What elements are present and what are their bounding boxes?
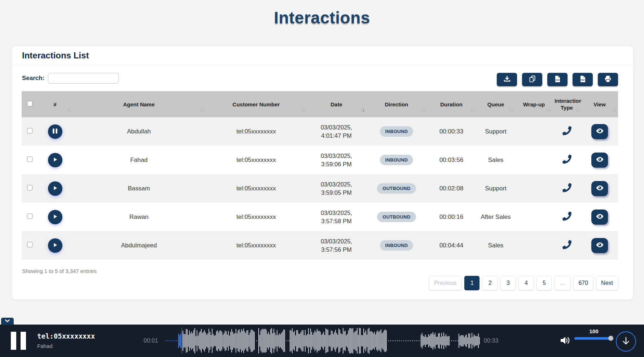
table-row: Fahadtel:05xxxxxxxx03/03/2025,3:59:06 PM… bbox=[22, 146, 618, 174]
player-download-button[interactable] bbox=[616, 331, 636, 352]
volume-slider[interactable] bbox=[574, 337, 613, 340]
date-cell: 03/03/2025,3:59:06 PM bbox=[307, 146, 366, 174]
search-label: Search: bbox=[22, 75, 44, 82]
agent-name-cell: Abdullah bbox=[72, 117, 206, 146]
play-icon bbox=[52, 185, 58, 192]
sort-icons: ↑↓ bbox=[575, 106, 579, 113]
play-recording-button[interactable] bbox=[48, 153, 62, 167]
pagination-page-1[interactable]: 1 bbox=[464, 276, 479, 290]
row-checkbox[interactable] bbox=[27, 128, 32, 133]
phone-icon bbox=[562, 158, 571, 165]
view-interaction-button[interactable] bbox=[591, 238, 608, 253]
pagination-page-2[interactable]: 2 bbox=[482, 276, 498, 290]
table-row: Rawantel:05xxxxxxxx03/03/2025,3:57:58 PM… bbox=[22, 203, 618, 231]
pagination: Previous12345…670Next bbox=[429, 276, 618, 290]
column-header-wrap-up[interactable]: Wrap-up↑↓ bbox=[516, 91, 552, 117]
player-pause-button[interactable] bbox=[11, 332, 26, 350]
column-header-customer-number[interactable]: Customer Number↑↓ bbox=[206, 91, 307, 117]
table-row: Abdullahtel:05xxxxxxxx03/03/2025,4:01:47… bbox=[22, 117, 618, 146]
column-label: Queue bbox=[487, 101, 504, 107]
pagination-page-3[interactable]: 3 bbox=[500, 276, 516, 290]
card-heading: Interactions List bbox=[22, 50, 89, 61]
customer-number-cell: tel:05xxxxxxxx bbox=[206, 146, 307, 174]
column-header-duration[interactable]: Duration↑↓ bbox=[427, 91, 476, 117]
row-checkbox[interactable] bbox=[27, 213, 32, 219]
collapse-player-button[interactable] bbox=[1, 318, 14, 325]
column-label: Customer Number bbox=[233, 101, 280, 107]
download-arrow-icon bbox=[621, 336, 631, 347]
queue-cell: Support bbox=[476, 174, 516, 203]
row-checkbox[interactable] bbox=[27, 157, 32, 162]
date-cell: 03/03/2025,3:57:56 PM bbox=[307, 231, 366, 260]
interactions-card: Interactions List Search: CSVPDF #↑↓Agen… bbox=[12, 46, 633, 299]
view-interaction-button[interactable] bbox=[591, 181, 608, 196]
volume-slider-knob[interactable] bbox=[608, 336, 613, 341]
sort-icons: ↑↓ bbox=[470, 106, 474, 113]
queue-cell: Sales bbox=[476, 231, 516, 260]
row-checkbox[interactable] bbox=[27, 242, 32, 247]
column-header-num[interactable]: #↑↓ bbox=[38, 91, 72, 117]
export-pdf-button[interactable]: PDF bbox=[573, 73, 593, 86]
column-header-queue[interactable]: Queue↑↓ bbox=[476, 91, 516, 117]
wrap-up-cell bbox=[516, 146, 552, 174]
date-cell: 03/03/2025,4:01:47 PM bbox=[307, 117, 366, 146]
column-header-view[interactable]: View↑↓ bbox=[581, 91, 618, 117]
volume-speaker-icon[interactable] bbox=[560, 336, 571, 346]
waveform-seekbar[interactable] bbox=[165, 327, 480, 354]
column-header-direction[interactable]: Direction↑↓ bbox=[366, 91, 427, 117]
view-interaction-button[interactable] bbox=[591, 210, 608, 225]
export-csv-button[interactable]: CSV bbox=[547, 73, 568, 86]
interactions-table: #↑↓Agent Name↑↓Customer Number↑↓Date↑↓Di… bbox=[22, 91, 618, 260]
pagination-page-670[interactable]: 670 bbox=[573, 276, 593, 290]
divider bbox=[12, 65, 633, 65]
row-checkbox[interactable] bbox=[27, 185, 32, 190]
eye-icon bbox=[595, 184, 604, 193]
search-input[interactable] bbox=[48, 73, 119, 84]
pagination-next-button[interactable]: Next bbox=[596, 276, 618, 290]
row-select-cell bbox=[22, 174, 38, 203]
column-label: View bbox=[593, 101, 606, 107]
view-interaction-button[interactable] bbox=[591, 124, 608, 139]
svg-text:PDF: PDF bbox=[581, 79, 585, 81]
column-header-agent-name[interactable]: Agent Name↑↓ bbox=[72, 91, 206, 117]
view-interaction-button[interactable] bbox=[591, 153, 608, 168]
row-play-cell bbox=[38, 174, 72, 203]
column-header-date[interactable]: Date↑↓ bbox=[307, 91, 366, 117]
column-header-interaction-type[interactable]: Interaction Type↑↓ bbox=[552, 91, 581, 117]
pdf-icon: PDF bbox=[579, 75, 586, 84]
page-title: Interactions bbox=[0, 8, 644, 27]
play-recording-button[interactable] bbox=[48, 181, 62, 196]
eye-icon bbox=[595, 155, 604, 165]
agent-name-cell: Abdulmajeed bbox=[72, 231, 206, 260]
pagination-previous-button[interactable]: Previous bbox=[429, 276, 461, 290]
column-label: Duration bbox=[440, 101, 463, 107]
customer-number-cell: tel:05xxxxxxxx bbox=[206, 231, 307, 260]
play-recording-button[interactable] bbox=[48, 210, 62, 224]
date-cell: 03/03/2025,3:57:58 PM bbox=[307, 203, 366, 231]
queue-cell: Sales bbox=[476, 146, 516, 174]
table-header-row: #↑↓Agent Name↑↓Customer Number↑↓Date↑↓Di… bbox=[22, 91, 618, 117]
eye-icon bbox=[595, 212, 604, 222]
row-play-cell bbox=[38, 146, 72, 174]
direction-badge: INBOUND bbox=[380, 155, 413, 165]
duration-cell: 00:00:16 bbox=[427, 203, 476, 231]
column-label: Agent Name bbox=[123, 101, 155, 107]
play-recording-button[interactable] bbox=[48, 238, 62, 253]
row-select-cell bbox=[22, 203, 38, 231]
pagination-page-5[interactable]: 5 bbox=[536, 276, 552, 290]
print-button[interactable] bbox=[598, 73, 618, 86]
pause-recording-button[interactable] bbox=[48, 124, 62, 139]
audio-player-bar: tel:05xxxxxxxx Fahad 00:01 00:33 100 bbox=[0, 325, 644, 357]
sort-icons: ↑↓ bbox=[200, 106, 204, 113]
download-button[interactable] bbox=[497, 73, 517, 86]
select-all-checkbox[interactable] bbox=[27, 101, 32, 106]
copy-button[interactable] bbox=[522, 73, 542, 86]
duration-cell: 00:00:33 bbox=[427, 117, 476, 146]
direction-badge: OUTBOUND bbox=[377, 183, 416, 194]
pagination-page-4[interactable]: 4 bbox=[518, 276, 534, 290]
duration-cell: 00:04:44 bbox=[427, 231, 476, 260]
player-total-time: 00:33 bbox=[484, 338, 498, 344]
interaction-type-cell bbox=[552, 203, 581, 231]
eye-icon bbox=[595, 241, 604, 250]
pagination-ellipsis[interactable]: … bbox=[555, 276, 570, 290]
